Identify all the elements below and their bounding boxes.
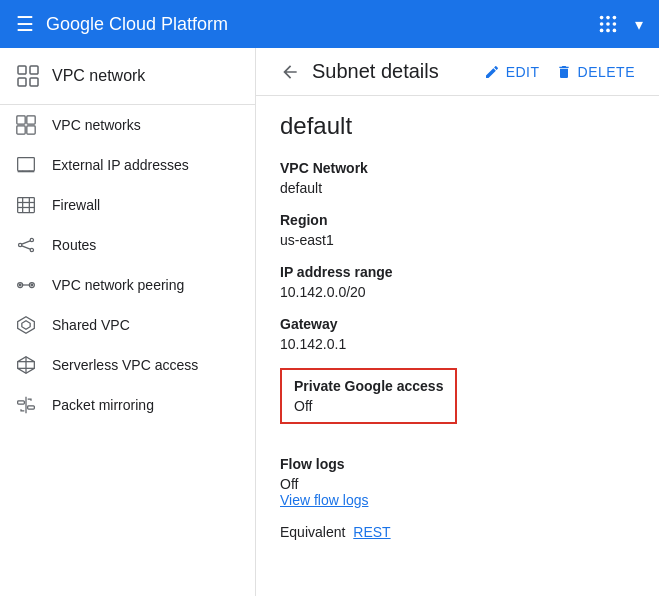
sidebar-item-vpc-peering[interactable]: VPC network peering (0, 265, 255, 305)
private-google-access-box: Private Google access Off (280, 368, 457, 424)
sidebar-label-firewall: Firewall (52, 197, 100, 213)
sidebar-label-routes: Routes (52, 237, 96, 253)
vpc-network-icon (16, 64, 40, 88)
sidebar-item-routes[interactable]: Routes (0, 225, 255, 265)
edit-icon (484, 64, 500, 80)
sidebar-title: VPC network (52, 67, 145, 85)
content-header: Subnet details EDIT (256, 48, 659, 96)
sidebar-header: VPC network (0, 48, 255, 105)
field-gateway-value: 10.142.0.1 (280, 336, 635, 352)
svg-rect-43 (18, 401, 25, 404)
field-ip-range: IP address range 10.142.0.0/20 (280, 264, 635, 300)
svg-rect-14 (27, 116, 35, 124)
field-region-label: Region (280, 212, 635, 228)
field-gateway: Gateway 10.142.0.1 (280, 316, 635, 352)
field-flow-logs: Flow logs Off View flow logs (280, 456, 635, 508)
content-header-title: Subnet details (312, 60, 439, 83)
equivalent-rest: Equivalent REST (280, 524, 635, 540)
svg-point-28 (30, 248, 33, 251)
rest-link[interactable]: REST (353, 524, 390, 540)
external-ip-icon (16, 155, 36, 175)
detail-title: default (280, 112, 635, 140)
svg-rect-10 (30, 66, 38, 74)
sidebar-label-vpc-peering: VPC network peering (52, 277, 184, 293)
svg-marker-37 (22, 321, 30, 329)
sidebar-item-serverless-vpc[interactable]: Serverless VPC access (0, 345, 255, 385)
flow-logs-value: Off (280, 476, 635, 492)
detail-content: default VPC Network default Region us-ea… (256, 96, 659, 556)
vpc-networks-icon (16, 115, 36, 135)
edit-label: EDIT (506, 64, 540, 80)
svg-point-3 (600, 22, 604, 26)
packet-mirroring-icon (16, 395, 36, 415)
svg-point-8 (613, 29, 617, 33)
delete-icon (556, 64, 572, 80)
delete-button[interactable]: DELETE (556, 64, 635, 80)
sidebar-label-shared-vpc: Shared VPC (52, 317, 130, 333)
svg-rect-11 (18, 78, 26, 86)
svg-point-35 (31, 284, 33, 286)
private-google-access-label: Private Google access (294, 378, 443, 394)
svg-line-30 (22, 246, 30, 249)
svg-point-4 (606, 22, 610, 26)
svg-point-34 (19, 284, 21, 286)
field-region: Region us-east1 (280, 212, 635, 248)
sidebar-item-shared-vpc[interactable]: Shared VPC (0, 305, 255, 345)
sidebar-label-packet-mirroring: Packet mirroring (52, 397, 154, 413)
vpc-peering-icon (16, 275, 36, 295)
topbar: ☰ Google Cloud Platform ▾ (0, 0, 659, 48)
sidebar-label-vpc-networks: VPC networks (52, 117, 141, 133)
account-arrow-icon[interactable]: ▾ (635, 15, 643, 34)
sidebar-item-external-ip[interactable]: External IP addresses (0, 145, 255, 185)
main-layout: VPC network VPC networks (0, 48, 659, 596)
svg-rect-13 (17, 116, 25, 124)
content-header-actions: EDIT DELETE (484, 64, 635, 80)
sidebar-label-serverless-vpc: Serverless VPC access (52, 357, 198, 373)
svg-point-7 (606, 29, 610, 33)
equivalent-text: Equivalent (280, 524, 345, 540)
svg-rect-16 (27, 126, 35, 134)
svg-point-6 (600, 29, 604, 33)
svg-line-29 (22, 241, 30, 244)
field-gateway-label: Gateway (280, 316, 635, 332)
flow-logs-label: Flow logs (280, 456, 635, 472)
field-vpc-network-label: VPC Network (280, 160, 635, 176)
sidebar-item-packet-mirroring[interactable]: Packet mirroring (0, 385, 255, 425)
sidebar-item-vpc-networks[interactable]: VPC networks (0, 105, 255, 145)
svg-rect-12 (30, 78, 38, 86)
view-flow-logs-link[interactable]: View flow logs (280, 492, 635, 508)
routes-icon (16, 235, 36, 255)
svg-marker-36 (18, 317, 35, 334)
svg-rect-44 (28, 406, 35, 409)
svg-point-26 (19, 243, 22, 246)
field-region-value: us-east1 (280, 232, 635, 248)
svg-rect-9 (18, 66, 26, 74)
app-title: Google Cloud Platform (46, 14, 585, 35)
svg-point-1 (606, 16, 610, 20)
sidebar-item-firewall[interactable]: Firewall (0, 185, 255, 225)
svg-rect-17 (18, 158, 35, 171)
svg-point-0 (600, 16, 604, 20)
serverless-vpc-icon (16, 355, 36, 375)
field-ip-range-label: IP address range (280, 264, 635, 280)
delete-label: DELETE (578, 64, 635, 80)
field-vpc-network-value: default (280, 180, 635, 196)
field-ip-range-value: 10.142.0.0/20 (280, 284, 635, 300)
edit-button[interactable]: EDIT (484, 64, 540, 80)
field-vpc-network: VPC Network default (280, 160, 635, 196)
svg-rect-15 (17, 126, 25, 134)
private-google-access-value: Off (294, 398, 443, 414)
svg-rect-21 (18, 198, 35, 213)
svg-point-27 (30, 238, 33, 241)
apps-icon[interactable] (597, 13, 619, 35)
back-icon[interactable] (280, 62, 300, 82)
menu-icon[interactable]: ☰ (16, 12, 34, 36)
sidebar: VPC network VPC networks (0, 48, 256, 596)
sidebar-label-external-ip: External IP addresses (52, 157, 189, 173)
content-header-left: Subnet details (280, 60, 439, 83)
svg-point-5 (613, 22, 617, 26)
shared-vpc-icon (16, 315, 36, 335)
main-content: Subnet details EDIT (256, 48, 659, 596)
firewall-icon (16, 195, 36, 215)
svg-point-2 (613, 16, 617, 20)
